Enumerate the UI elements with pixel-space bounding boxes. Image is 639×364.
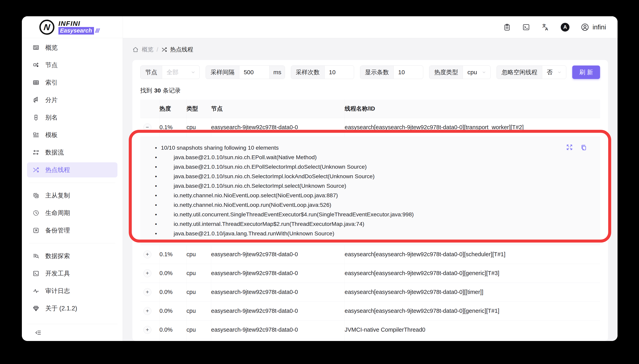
stack-trace-line: io.netty.channel.nio.NioEventLoop.select… <box>140 190 600 200</box>
svg-text:A: A <box>545 26 548 31</box>
type-column-header: 类型 <box>186 100 211 118</box>
table-row: + 0.0% cpu easysearch-9jtew92c978t-data0… <box>140 302 600 320</box>
breadcrumb-overview[interactable]: 概览 <box>142 46 153 54</box>
table-row: − 0.1% cpu easysearch-9jtew92c978t-data0… <box>140 118 600 137</box>
hot-threads-table: 热度 类型 节点 线程名称/ID − 0.1% cpu easysearch-9… <box>140 100 600 341</box>
interval-input[interactable]: 500 <box>239 66 269 79</box>
sidebar-item-alias[interactable]: 别名 <box>27 110 117 125</box>
heat-cell: 0.0% <box>159 264 186 283</box>
sidebar-item-overview[interactable]: 概览 <box>27 40 117 55</box>
collapse-menu-icon <box>35 329 42 336</box>
stack-trace-line: io.netty.util.concurrent.SingleThreadEve… <box>140 210 600 219</box>
expanded-detail-row: 10/10 snapshots sharing following 10 ele… <box>140 137 600 245</box>
stack-trace-line: java.base@21.0.10/sun.nio.ch.EPoll.wait(… <box>140 152 600 162</box>
expand-row-button[interactable]: + <box>143 269 151 277</box>
tasks-clipboard-icon[interactable] <box>503 23 511 31</box>
table-row: + 0.0% cpu easysearch-9jtew92c978t-data0… <box>140 283 600 302</box>
refresh-button[interactable]: 刷 新 <box>572 66 600 79</box>
node-cell: easysearch-9jtew92c978t-data0-0 <box>211 264 345 283</box>
stack-trace-line: java.base@21.0.10/sun.nio.ch.EPollSelect… <box>140 162 600 172</box>
expand-row-button[interactable]: + <box>143 326 151 334</box>
sidebar-item-audit-log[interactable]: 审计日志 <box>27 284 117 298</box>
sidebar-item-replication[interactable]: 主从复制 <box>27 188 117 203</box>
sidebar-item-templates[interactable]: 模板 <box>27 128 117 142</box>
table-row: + 0.1% cpu easysearch-9jtew92c978t-data0… <box>140 245 600 264</box>
sidebar-item-indices[interactable]: 索引 <box>27 75 117 90</box>
copy-icon[interactable] <box>580 144 587 151</box>
user-menu[interactable]: infini <box>581 23 606 32</box>
console-icon[interactable] <box>522 23 530 31</box>
brand-name: INFINI <box>58 20 99 27</box>
type-cell: cpu <box>186 264 211 283</box>
stack-trace-line: java.base@21.0.10/java.lang.Thread.runWi… <box>140 229 600 238</box>
heat-cell: 0.1% <box>159 245 186 264</box>
sidebar-collapse[interactable] <box>27 324 117 341</box>
node-select[interactable]: 全部 <box>162 66 200 79</box>
alias-icon <box>33 114 39 121</box>
heat-cell: 0.0% <box>159 339 186 341</box>
expand-fullscreen-icon[interactable] <box>566 144 573 151</box>
brand-monogram-icon: N <box>39 20 55 35</box>
heat-cell: 0.0% <box>159 302 186 320</box>
expand-row-button[interactable]: + <box>143 250 151 258</box>
sidebar-item-data-streams[interactable]: 数据流 <box>27 145 117 160</box>
thread-cell: easysearch[easysearch-9jtew92c978t-data0… <box>345 302 600 320</box>
display-count-group: 显示条数 10 <box>360 66 423 79</box>
display-count-label: 显示条数 <box>360 66 394 79</box>
data-streams-icon <box>33 149 39 156</box>
stack-trace-line: 10/10 snapshots sharing following 10 ele… <box>140 143 600 152</box>
expand-column-header <box>140 100 159 118</box>
samples-label: 采样次数 <box>291 66 325 79</box>
shards-icon <box>33 97 39 104</box>
sidebar-item-dev-tools[interactable]: 开发工具 <box>27 266 117 281</box>
sidebar-item-hot-threads[interactable]: 热点线程 <box>27 162 117 178</box>
user-avatar-icon <box>581 23 589 32</box>
sidebar-item-nodes[interactable]: 节点 <box>27 58 117 73</box>
stack-trace-line: java.base@21.0.10/sun.nio.ch.SelectorImp… <box>140 181 600 190</box>
backup-icon <box>33 227 39 234</box>
home-icon[interactable] <box>132 46 139 53</box>
language-translate-icon[interactable]: 文A <box>541 23 550 31</box>
replication-icon <box>33 192 39 199</box>
samples-input[interactable]: 10 <box>325 66 354 79</box>
thread-cell: easysearch[easysearch-9jtew92c978t-data0… <box>345 283 600 302</box>
result-summary: 找到30条记录 <box>140 86 600 94</box>
topbar: 文A A infini <box>123 16 617 38</box>
table-row: + 0.0% cpu easysearch-9jtew92c978t-data0… <box>140 320 600 339</box>
expand-row-button[interactable]: + <box>143 307 151 315</box>
display-count-input[interactable]: 10 <box>394 66 423 79</box>
sidebar-item-data-explore[interactable]: 数据探索 <box>27 248 117 264</box>
overview-icon <box>33 44 39 51</box>
stack-trace-list: 10/10 snapshots sharing following 10 ele… <box>140 143 600 238</box>
filter-toolbar: 节点 全部 采样间隔 500 ms 采样次数 10 <box>140 66 600 79</box>
node-cell: easysearch-9jtew92c978t-data0-0 <box>211 245 345 264</box>
expand-row-button[interactable]: + <box>143 288 151 296</box>
node-cell: easysearch-9jtew92c978t-data0-0 <box>211 118 345 137</box>
theme-toggle-badge[interactable]: A <box>561 23 569 32</box>
node-select-label: 节点 <box>140 66 162 79</box>
sidebar-item-shards[interactable]: 分片 <box>27 92 117 108</box>
page-title: 热点线程 <box>170 46 193 54</box>
brand-slashes: /// <box>95 28 99 34</box>
sidebar-item-lifecycle[interactable]: 生命周期 <box>27 206 117 220</box>
brand-logo[interactable]: N INFINI Easysearch /// <box>22 16 123 38</box>
collapse-row-button[interactable]: − <box>143 124 151 132</box>
username: infini <box>592 24 606 31</box>
ignore-idle-select[interactable]: 否 <box>542 66 566 79</box>
heat-type-select[interactable]: cpu <box>463 66 490 79</box>
thread-column-header: 线程名称/ID <box>345 100 600 118</box>
thread-cell: easysearch[easysearch-9jtew92c978t-data0… <box>345 339 600 341</box>
interval-unit: ms <box>269 66 285 79</box>
node-cell: easysearch-9jtew92c978t-data0-0 <box>211 339 345 341</box>
interval-label: 采样间隔 <box>206 66 239 79</box>
dev-tools-icon <box>33 270 39 277</box>
sidebar-item-about[interactable]: 关于 (2.1.2) <box>27 301 117 316</box>
node-cell: easysearch-9jtew92c978t-data0-0 <box>211 302 345 320</box>
node-select-group: 节点 全部 <box>140 66 200 79</box>
sidebar-divider <box>29 182 115 183</box>
type-cell: cpu <box>186 302 211 320</box>
sidebar-column: N INFINI Easysearch /// 概览 节点 索引 <box>22 16 123 341</box>
sidebar-item-backup[interactable]: 备份管理 <box>27 223 117 238</box>
breadcrumb-current: 热点线程 <box>161 46 193 54</box>
hot-threads-icon <box>33 166 39 173</box>
